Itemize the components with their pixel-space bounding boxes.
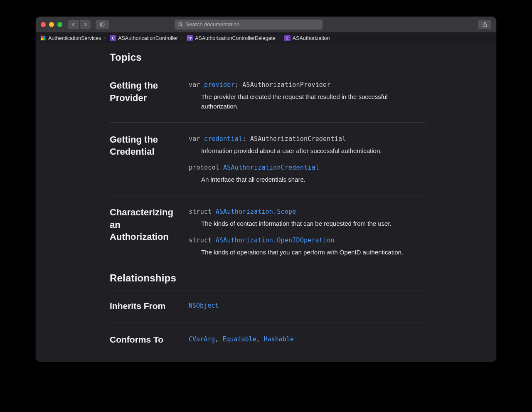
- topic-item: var provider: ASAuthorizationProvider Th…: [189, 81, 426, 111]
- zoom-window-button[interactable]: [57, 22, 62, 27]
- type-link[interactable]: Hashable: [264, 336, 294, 343]
- search-icon: [178, 22, 183, 27]
- breadcrumb-label: ASAuthorizationController: [118, 35, 178, 41]
- search-input[interactable]: [185, 21, 319, 27]
- topic-group: Getting the Provider var provider: ASAut…: [110, 79, 426, 123]
- search-field[interactable]: [175, 20, 323, 30]
- minimize-window-button[interactable]: [49, 22, 54, 27]
- relationships-group: Conforms To CVarArg, Equatable, Hashable: [110, 334, 426, 356]
- share-button[interactable]: [478, 20, 491, 29]
- breadcrumb-item[interactable]: C ASAuthorizationController: [110, 35, 178, 41]
- topic-item-description: The kinds of operations that you can per…: [189, 247, 426, 257]
- topic-item-description: The provider that created the request th…: [189, 92, 426, 111]
- declaration[interactable]: var credential: ASAuthorizationCredentia…: [189, 135, 426, 143]
- chevron-right-icon: 〉: [180, 35, 185, 41]
- breadcrumb-item[interactable]: C ASAuthorization: [284, 35, 330, 41]
- framework-icon: [40, 35, 46, 41]
- topic-item: var credential: ASAuthorizationCredentia…: [189, 135, 426, 155]
- topic-group: Getting the Credential var credential: A…: [110, 133, 426, 196]
- chevron-right-icon: 〉: [103, 35, 108, 41]
- breadcrumb-item[interactable]: AuthenticationServices: [40, 35, 101, 41]
- declaration[interactable]: struct ASAuthorization.Scope: [189, 208, 426, 215]
- topic-group: Characterizing an Authorization struct A…: [110, 206, 426, 268]
- topic-group-title: Getting the Provider: [110, 79, 177, 111]
- declaration[interactable]: var provider: ASAuthorizationProvider: [189, 81, 426, 89]
- topic-item-description: An interface that all credentials share.: [189, 175, 426, 184]
- chevron-right-icon: 〉: [278, 35, 282, 41]
- titlebar: [36, 17, 496, 32]
- protocol-icon: Pr: [187, 35, 193, 41]
- close-window-button[interactable]: [41, 22, 46, 27]
- doc-body: Topics Getting the Provider var provider…: [110, 44, 426, 362]
- breadcrumb-item[interactable]: Pr ASAuthorizationControllerDelegate: [187, 35, 276, 41]
- content-scroll[interactable]: Topics Getting the Provider var provider…: [36, 44, 496, 362]
- conforms-list: CVarArg, Equatable, Hashable: [189, 334, 426, 345]
- class-icon: C: [284, 35, 291, 41]
- breadcrumb-label: ASAuthorizationControllerDelegate: [195, 35, 276, 41]
- toggle-sidebar-button[interactable]: [96, 20, 109, 29]
- forward-button[interactable]: [80, 20, 91, 29]
- breadcrumb-label: ASAuthorization: [293, 35, 330, 41]
- window-controls: [41, 22, 62, 27]
- topic-item: struct ASAuthorization.OpenIDOperation T…: [189, 237, 426, 257]
- relationships-group: Inherits From NSObject: [110, 300, 426, 323]
- back-button[interactable]: [68, 20, 79, 29]
- topic-group-title: Characterizing an Authorization: [110, 206, 177, 257]
- svg-rect-0: [101, 23, 104, 26]
- type-link[interactable]: CVarArg: [189, 336, 215, 343]
- topic-item-description: The kinds of contact information that ca…: [189, 219, 426, 228]
- inherits-list: NSObject: [189, 300, 426, 312]
- relationships-heading: Relationships: [110, 272, 426, 291]
- topic-item-description: Information provided about a user after …: [189, 146, 426, 155]
- declaration[interactable]: protocol ASAuthorizationCredential: [189, 164, 426, 171]
- svg-point-2: [179, 22, 182, 25]
- topics-heading: Topics: [110, 52, 426, 70]
- app-window: AuthenticationServices 〉 C ASAuthorizati…: [36, 17, 496, 362]
- breadcrumb-label: AuthenticationServices: [48, 35, 101, 41]
- type-link[interactable]: Equatable: [222, 336, 256, 343]
- svg-line-3: [181, 25, 182, 26]
- declaration[interactable]: struct ASAuthorization.OpenIDOperation: [189, 237, 426, 244]
- share-icon: [482, 21, 488, 27]
- class-icon: C: [110, 35, 116, 41]
- topic-group-title: Getting the Credential: [110, 133, 177, 185]
- breadcrumb-bar: AuthenticationServices 〉 C ASAuthorizati…: [36, 32, 496, 44]
- relationships-group-title: Conforms To: [110, 334, 177, 345]
- relationships-group-title: Inherits From: [110, 300, 177, 312]
- topic-item: struct ASAuthorization.Scope The kinds o…: [189, 208, 426, 228]
- topic-item: protocol ASAuthorizationCredential An in…: [189, 164, 426, 184]
- sidebar-icon: [100, 22, 105, 27]
- nav-back-forward: [68, 20, 91, 29]
- type-link[interactable]: NSObject: [189, 302, 219, 309]
